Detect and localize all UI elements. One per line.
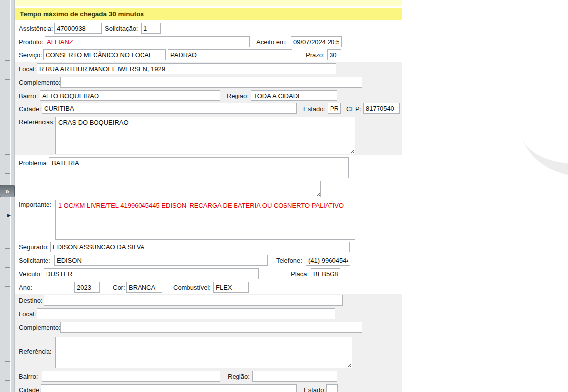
ano-label: Ano: <box>19 284 32 291</box>
local-input[interactable] <box>37 63 336 74</box>
complemento-label: Complemento: <box>19 79 61 86</box>
placa-label: Placa: <box>291 270 309 278</box>
importante-label: Importante: <box>19 201 51 208</box>
rail-tick-marks <box>5 4 10 392</box>
destino-bairro-label: Bairro: <box>19 373 38 380</box>
destino-cidade-input[interactable] <box>41 384 297 392</box>
right-blank-area <box>403 0 568 392</box>
ano-input[interactable] <box>74 282 100 293</box>
destino-complemento-input[interactable] <box>60 322 362 333</box>
cidade-label: Cidade: <box>19 105 41 113</box>
banner-title: Tempo máximo de chegada 30 minutos <box>20 10 144 18</box>
problema-label: Problema: <box>19 159 48 167</box>
referencias-textarea[interactable]: CRAS DO BOQUEIRAO <box>55 117 355 154</box>
bairro-label: Bairro: <box>19 92 38 99</box>
bairro-input[interactable] <box>40 90 220 101</box>
destino-referencia-textarea[interactable] <box>55 337 352 368</box>
assistencia-input[interactable] <box>54 23 102 34</box>
aceito-em-input[interactable] <box>291 36 342 47</box>
cep-label: CEP: <box>346 105 361 113</box>
destino-estado-label: Estado: <box>304 386 326 392</box>
combustivel-label: Combustível: <box>173 284 211 291</box>
produto-label: Produto: <box>19 38 43 46</box>
problema-textarea[interactable]: BATERIA <box>49 157 349 178</box>
referencias-label: Referências: <box>19 118 55 126</box>
complemento-input[interactable] <box>60 77 362 88</box>
solicitacao-input[interactable] <box>141 23 161 34</box>
cidade-input[interactable] <box>42 103 297 114</box>
veiculo-label: Veículo: <box>19 270 42 278</box>
destino-regiao-input[interactable] <box>252 371 337 382</box>
aceito-em-label: Aceito em: <box>256 38 286 46</box>
destino-regiao-label: Região: <box>228 373 250 380</box>
prazo-input[interactable] <box>327 49 341 60</box>
servico-tipo-input[interactable] <box>168 49 292 60</box>
watermark-swoosh <box>508 39 568 194</box>
destino-local-input[interactable] <box>37 308 335 319</box>
local-label: Local: <box>19 65 36 73</box>
segurado-input[interactable] <box>50 242 350 252</box>
estado-label: Estado: <box>303 105 325 113</box>
solicitacao-label: Solicitação: <box>105 25 138 32</box>
solicitante-input[interactable] <box>54 255 268 266</box>
destino-local-label: Local: <box>19 310 36 318</box>
produto-input[interactable] <box>45 36 250 47</box>
cor-input[interactable] <box>126 282 162 293</box>
cor-label: Cor: <box>113 284 125 291</box>
prazo-label: Prazo: <box>306 51 325 59</box>
destino-cidade-label: Cidade: <box>19 386 41 392</box>
veiculo-input[interactable] <box>44 268 259 279</box>
destino-estado-input[interactable] <box>326 384 338 392</box>
servico-label: Serviço: <box>19 51 42 59</box>
placa-input[interactable] <box>311 268 340 279</box>
problema-extra-textarea[interactable] <box>21 181 321 197</box>
top-yellow-strip <box>15 0 402 6</box>
regiao-label: Região: <box>227 92 249 99</box>
telefone-input[interactable] <box>306 255 350 266</box>
banner: Tempo máximo de chegada 30 minutos <box>15 8 402 20</box>
destino-bairro-input[interactable] <box>42 371 220 382</box>
servico-input[interactable] <box>43 49 166 60</box>
destino-label: Destino: <box>19 297 43 304</box>
destino-referencia-label: Referência: <box>19 348 51 355</box>
importante-textarea[interactable]: 1 OC/KM LIVRE/TEL 41996045445 EDISON REC… <box>55 200 355 240</box>
segurado-label: Segurado: <box>19 244 48 251</box>
cep-input[interactable] <box>363 103 400 114</box>
estado-input[interactable] <box>328 103 341 114</box>
regiao-input[interactable] <box>251 90 337 101</box>
assistencia-label: Assistência: <box>19 25 53 32</box>
destino-input[interactable] <box>44 295 343 306</box>
destino-complemento-label: Complemento: <box>19 324 61 331</box>
telefone-label: Telefone: <box>276 257 302 264</box>
combustivel-input[interactable] <box>213 282 249 293</box>
solicitante-label: Solicitante: <box>19 257 50 264</box>
expand-sidebar-button[interactable]: » <box>0 185 15 197</box>
flyout-arrow-icon[interactable]: ▶ <box>7 213 13 219</box>
